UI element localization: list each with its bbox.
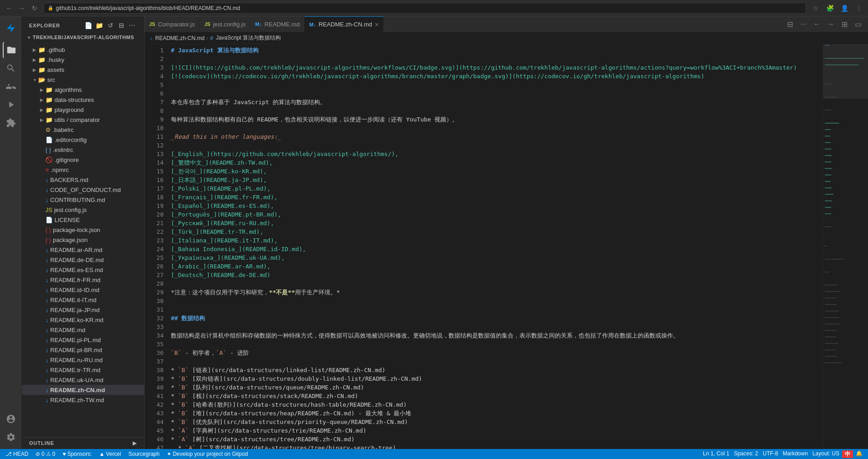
folder-icon: 📁 xyxy=(45,96,53,103)
tree-item[interactable]: ▶ ↓ README.ar-AR.md xyxy=(22,245,144,255)
root-chevron: ▾ xyxy=(25,35,33,40)
tree-item[interactable]: ▶ ↓ README.tr-TR.md xyxy=(22,365,144,375)
new-folder-icon[interactable]: 📁 xyxy=(95,21,104,30)
forward-button[interactable]: → xyxy=(16,3,27,14)
back-nav-button[interactable]: ← xyxy=(811,18,823,30)
breadcrumb-file[interactable]: README.zh-CN.md xyxy=(155,35,205,41)
folder-icon: 📂 xyxy=(38,76,45,83)
code-line: [_Українська_](README.uk-UA.md), xyxy=(167,253,823,262)
tab-close-icon[interactable]: × xyxy=(375,21,379,28)
tree-item[interactable]: ▶ ↓ README.zh-TW.md xyxy=(22,395,144,405)
errors-status[interactable]: ⊘ 0 ⚠ 0 xyxy=(34,449,57,459)
tree-item[interactable]: ▶ ↓ README.es-ES.md xyxy=(22,265,144,275)
tree-item[interactable]: ▶ ↓ README.md xyxy=(22,325,144,335)
tree-item[interactable]: ▶ 📁 utils / comparator xyxy=(22,115,144,125)
sourcegraph-label: Sourcegraph xyxy=(128,451,160,457)
new-file-icon[interactable]: 📄 xyxy=(84,21,93,30)
refresh-icon[interactable]: ↺ xyxy=(106,21,115,30)
tree-item[interactable]: ▶ ≡ .npmrc xyxy=(22,165,144,175)
tree-item-active[interactable]: ▶ ↓ README.zh-CN.md xyxy=(22,385,144,395)
tree-item[interactable]: ▶ ↓ README.uk-UA.md xyxy=(22,375,144,385)
tree-item[interactable]: ▶ 📁 .github xyxy=(22,45,144,55)
tree-item[interactable]: ▶ ↓ README.ko-KR.md xyxy=(22,315,144,325)
position-status[interactable]: Ln 1, Col 1 xyxy=(701,450,731,457)
tree-item[interactable]: ▶ 📁 .husky xyxy=(22,55,144,65)
spaces-status[interactable]: Spaces: 2 xyxy=(732,450,760,457)
panel-button[interactable]: ▭ xyxy=(852,18,864,30)
tab-readme[interactable]: M↓ README.md xyxy=(250,16,304,32)
tree-item[interactable]: ▶ ↓ CONTRIBUTING.md xyxy=(22,195,144,205)
tree-item[interactable]: ▶ ↓ README.de-DE.md xyxy=(22,255,144,265)
activity-extensions[interactable] xyxy=(3,115,19,131)
forward-nav-button[interactable]: → xyxy=(824,18,837,30)
tree-item[interactable]: ▶ ↓ README.id-ID.md xyxy=(22,285,144,295)
tree-item[interactable]: ▶ ↓ BACKERS.md xyxy=(22,175,144,185)
activity-search[interactable] xyxy=(3,60,19,76)
eol-status[interactable]: Markdown xyxy=(781,450,809,457)
file-icon: 📄 xyxy=(45,217,53,223)
folder-icon: 📁 xyxy=(38,66,45,73)
profile-button[interactable]: 👤 xyxy=(839,3,850,14)
tree-item-label: .npmrc xyxy=(51,166,69,173)
tree-item[interactable]: ▶ 📄 LICENSE xyxy=(22,215,144,225)
notification-status[interactable]: 🔔 xyxy=(854,450,864,457)
tree-item[interactable]: ▶ 📁 assets xyxy=(22,65,144,75)
ime-status[interactable]: 中 xyxy=(842,450,853,458)
outline-section[interactable]: OUTLINE ▶ xyxy=(22,437,144,449)
gitpod-status[interactable]: ✦ Develop your project on Gitpod xyxy=(165,449,249,459)
tree-item[interactable]: ▶ { } .eslintrc xyxy=(22,145,144,155)
encoding-status[interactable]: UTF-8 xyxy=(761,450,780,457)
tree-item[interactable]: ▶ 📁 algorithms xyxy=(22,85,144,95)
minimap xyxy=(823,44,868,449)
tree-item[interactable]: ▶ JS jest.config.js xyxy=(22,205,144,215)
reload-button[interactable]: ↻ xyxy=(29,3,40,14)
tree-item[interactable]: ▶ ↓ CODE_OF_CONDUCT.md xyxy=(22,185,144,195)
tree-item[interactable]: ▶ ↓ README.ja-JP.md xyxy=(22,305,144,315)
tree-item[interactable]: ▶ { } package.json xyxy=(22,235,144,245)
sponsors-status[interactable]: ♥ Sponsors: xyxy=(61,449,94,459)
tree-item[interactable]: ▶ ⚙ .babelrc xyxy=(22,125,144,135)
more-actions-button[interactable]: ··· xyxy=(797,18,810,30)
split-editor-button[interactable]: ⊟ xyxy=(783,18,796,30)
address-bar[interactable]: 🔒 github1s.com/trekhleb/javascript-algor… xyxy=(44,3,806,14)
tree-item[interactable]: ▶ 📄 .editorconfig xyxy=(22,135,144,145)
tree-item[interactable]: ▶ ↓ README.pl-PL.md xyxy=(22,335,144,345)
star-button[interactable]: ☆ xyxy=(810,3,821,14)
breadcrumb-heading[interactable]: JavaScript 算法与数据结构 xyxy=(216,34,281,42)
tree-item[interactable]: ▶ ↓ README.fr-FR.md xyxy=(22,275,144,285)
menu-button[interactable]: ⋮ xyxy=(853,3,864,14)
tree-item[interactable]: ▶ ↓ README.pt-BR.md xyxy=(22,345,144,355)
tree-item[interactable]: ▶ 📁 data-structures xyxy=(22,95,144,105)
tree-item[interactable]: ▶ ↓ README.ru-RU.md xyxy=(22,355,144,365)
tree-item[interactable]: ▶ ↓ README.it-IT.md xyxy=(22,295,144,305)
git-branch-status[interactable]: ⎇ HEAD xyxy=(4,449,30,459)
tree-item[interactable]: ▶ 🚫 .gitignore xyxy=(22,155,144,165)
activity-debug[interactable] xyxy=(3,96,19,113)
vercel-status[interactable]: ▲ Vercel xyxy=(97,449,123,459)
tree-item[interactable]: ▶ { } package-lock.json xyxy=(22,225,144,235)
activity-settings[interactable] xyxy=(3,429,19,445)
tree-item-label: README.uk-UA.md xyxy=(50,377,104,383)
tree-root-folder[interactable]: ▾ TREKHLEB/JAVASCRIPT-ALGORITHMS xyxy=(22,32,144,43)
activity-scm[interactable] xyxy=(3,78,19,95)
more-actions-icon[interactable]: ··· xyxy=(128,21,137,30)
git-icon: ⎇ xyxy=(5,451,12,457)
code-line: 本仓库包含了多种基于 JavaScript 的算法与数据结构。 xyxy=(167,98,823,106)
tree-item-label: .husky xyxy=(47,56,65,63)
tree-item-label: jest.config.js xyxy=(54,207,87,213)
language-status[interactable]: Layout: US xyxy=(811,450,841,457)
tab-readme-zh-cn[interactable]: M↓ README.zh-CN.md × xyxy=(304,16,384,32)
tab-comparator[interactable]: JS Comparator.js xyxy=(145,16,200,32)
tree-item[interactable]: ▶ 📁 playground xyxy=(22,105,144,115)
layout-button[interactable]: ⊞ xyxy=(838,18,851,30)
back-button[interactable]: ← xyxy=(4,3,15,14)
sourcegraph-status[interactable]: Sourcegraph xyxy=(126,449,161,459)
code-content[interactable]: # JavaScript 算法与数据结构[![CI](https://githu… xyxy=(167,44,823,449)
breadcrumb-symbol-icon: # xyxy=(210,35,213,41)
tab-jest-config[interactable]: JS jest.config.js xyxy=(200,16,250,32)
tree-item[interactable]: ▾ 📂 src xyxy=(22,75,144,85)
collapse-icon[interactable]: ⊟ xyxy=(117,21,126,30)
extensions-button[interactable]: 🧩 xyxy=(824,3,835,14)
activity-accounts[interactable] xyxy=(3,411,19,427)
activity-explorer[interactable] xyxy=(3,42,19,58)
